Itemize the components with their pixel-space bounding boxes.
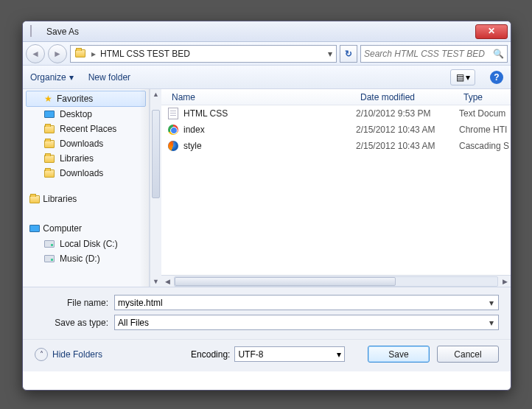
file-row[interactable]: HTML CSS 2/10/2012 9:53 PM Text Docum — [161, 105, 511, 122]
refresh-button[interactable]: ↻ — [340, 45, 357, 63]
monitor-icon — [43, 108, 55, 120]
sidebar-item-recent-places[interactable]: Recent Places — [23, 122, 149, 136]
filename-input[interactable] — [118, 298, 488, 308]
hscroll-thumb[interactable] — [175, 277, 396, 286]
sidebar-favorites-label: Favorites — [57, 94, 93, 104]
sidebar-item-music-drive[interactable]: Music (D:) — [23, 251, 149, 266]
sidebar-item-downloads[interactable]: Downloads — [23, 136, 149, 151]
chevron-up-icon: ˄ — [35, 348, 48, 361]
file-list-pane: Name Date modified Type HTML CSS 2/10/20… — [161, 89, 511, 287]
filename-dropdown[interactable]: ▾ — [488, 298, 495, 308]
view-options-button[interactable]: ▤▾ — [450, 69, 475, 85]
css-file-icon — [167, 140, 179, 152]
chevron-down-icon: ▾ — [337, 349, 341, 360]
folder-icon — [43, 153, 55, 164]
file-type: Cascading S — [459, 141, 511, 151]
saveastype-field[interactable]: All Files ▾ — [114, 315, 499, 330]
chevron-right-icon: ▸ — [90, 49, 97, 59]
view-icon: ▤ — [456, 72, 464, 83]
chevron-down-icon: ▾ — [69, 72, 74, 83]
horizontal-scrollbar[interactable]: ◀ ▶ — [161, 275, 511, 287]
address-bar[interactable]: ▸ HTML CSS TEST BED ▾ — [70, 45, 337, 63]
column-date[interactable]: Date modified — [356, 92, 459, 102]
sidebar-scrollbar[interactable]: ▲ ▼ — [150, 89, 161, 287]
file-row[interactable]: style 2/15/2012 10:43 AM Cascading S — [161, 138, 511, 154]
filename-label: File name: — [35, 298, 108, 308]
saveastype-dropdown[interactable]: ▾ — [488, 318, 495, 328]
sidebar: ★ Favorites Desktop Recent Places Downlo… — [23, 89, 150, 287]
folder-icon — [74, 47, 87, 60]
column-type[interactable]: Type — [459, 92, 511, 102]
encoding-label: Encoding: — [191, 349, 230, 360]
scroll-up-arrow[interactable]: ▲ — [150, 89, 161, 99]
file-date: 2/15/2012 10:43 AM — [356, 125, 459, 135]
sidebar-libraries-header[interactable]: Libraries — [23, 191, 149, 207]
toolbar: Organize▾ New folder ▤▾ ? — [23, 66, 511, 89]
folder-icon — [43, 167, 55, 179]
close-button[interactable]: ✕ — [475, 24, 508, 39]
search-input[interactable] — [364, 49, 493, 59]
file-date: 2/15/2012 10:43 AM — [356, 141, 459, 151]
file-date: 2/10/2012 9:53 PM — [356, 108, 459, 119]
save-button[interactable]: Save — [368, 346, 430, 363]
sidebar-computer-header[interactable]: Computer — [23, 220, 149, 237]
libraries-icon — [29, 193, 41, 205]
app-icon — [30, 26, 42, 38]
save-as-dialog: Save As ✕ ◄ ► ▸ HTML CSS TEST BED ▾ ↻ 🔍 … — [22, 21, 511, 391]
sidebar-item-local-disk[interactable]: Local Disk (C:) — [23, 237, 149, 251]
footer: ˄ Hide Folders Encoding: UTF-8 ▾ Save Ca… — [23, 339, 511, 371]
sidebar-item-desktop[interactable]: Desktop — [23, 107, 149, 122]
column-headers: Name Date modified Type — [161, 89, 511, 105]
window-title: Save As — [46, 27, 475, 37]
folder-icon — [43, 138, 55, 150]
chrome-icon — [167, 124, 179, 136]
scroll-right-arrow[interactable]: ▶ — [499, 278, 511, 285]
filename-field[interactable]: ▾ — [114, 295, 499, 310]
computer-icon — [29, 223, 41, 234]
sidebar-favorites-header[interactable]: ★ Favorites — [26, 91, 146, 107]
back-button[interactable]: ◄ — [26, 44, 45, 63]
file-row[interactable]: index 2/15/2012 10:43 AM Chrome HTI — [161, 122, 511, 138]
search-box[interactable]: 🔍 — [360, 45, 508, 63]
organize-button[interactable]: Organize▾ — [30, 72, 74, 83]
forward-button[interactable]: ► — [48, 44, 67, 63]
search-icon: 🔍 — [493, 49, 504, 59]
cancel-button[interactable]: Cancel — [437, 346, 499, 363]
drive-icon — [43, 253, 55, 265]
scroll-down-arrow[interactable]: ▼ — [150, 276, 161, 287]
scroll-thumb[interactable] — [152, 110, 160, 198]
text-file-icon — [167, 108, 179, 119]
help-button[interactable]: ? — [490, 71, 503, 84]
sidebar-item-downloads-2[interactable]: Downloads — [23, 166, 149, 181]
saveastype-value: All Files — [118, 318, 488, 328]
address-dropdown[interactable]: ▾ — [324, 49, 336, 59]
file-type: Chrome HTI — [459, 125, 511, 135]
sidebar-item-libraries[interactable]: Libraries — [23, 151, 149, 166]
saveastype-label: Save as type: — [35, 318, 108, 328]
nav-bar: ◄ ► ▸ HTML CSS TEST BED ▾ ↻ 🔍 — [23, 42, 511, 66]
encoding-value: UTF-8 — [238, 349, 263, 360]
hide-folders-button[interactable]: ˄ Hide Folders — [35, 348, 102, 361]
new-folder-button[interactable]: New folder — [88, 72, 130, 83]
star-icon: ★ — [44, 94, 52, 104]
titlebar[interactable]: Save As ✕ — [23, 21, 511, 42]
scroll-left-arrow[interactable]: ◀ — [161, 278, 173, 285]
encoding-select[interactable]: UTF-8 ▾ — [234, 346, 345, 362]
column-name[interactable]: Name — [167, 92, 356, 102]
file-type: Text Docum — [459, 108, 511, 119]
form-area: File name: ▾ Save as type: All Files ▾ — [23, 287, 511, 339]
folder-icon — [43, 123, 55, 135]
drive-icon — [43, 238, 55, 250]
breadcrumb[interactable]: HTML CSS TEST BED — [97, 49, 193, 59]
